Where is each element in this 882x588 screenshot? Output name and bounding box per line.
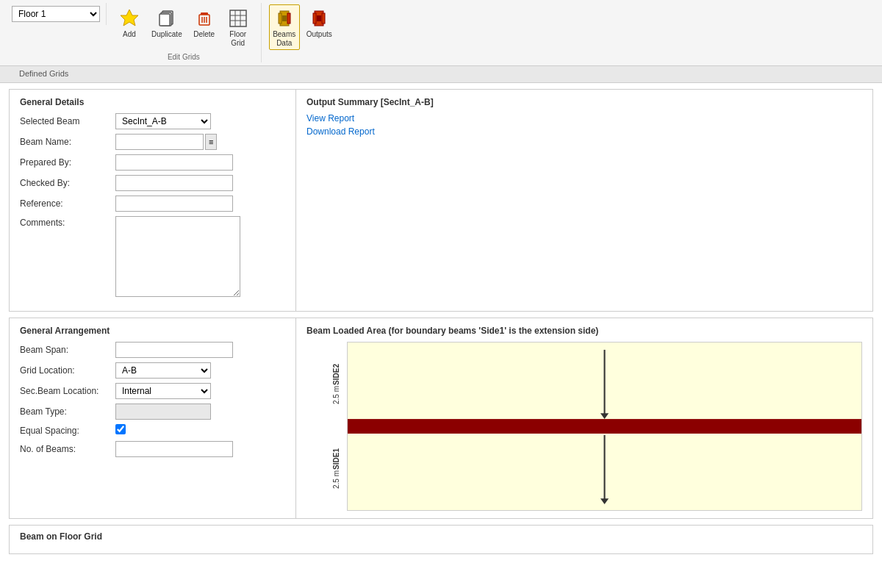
tab-defined-grids[interactable]: Defined Grids [7, 66, 80, 82]
side2-dim: 2.5 m [332, 386, 340, 404]
svg-rect-15 [279, 13, 282, 24]
reference-input[interactable] [115, 196, 233, 212]
toolbar: Floor 1 Floor 2 Floor 3 Add [0, 0, 882, 66]
selected-beam-control: SecInt_A-B [115, 113, 233, 129]
sec-beam-location-label: Sec.Beam Location: [20, 386, 115, 396]
floor-selector-section: Floor 1 Floor 2 Floor 3 [6, 3, 107, 25]
grid-location-select[interactable]: A-B [115, 362, 211, 379]
side1-label-group: SIDE1 2.5 m [332, 448, 340, 490]
beam-name-input[interactable]: SecInt_A-B [115, 134, 204, 150]
beam-type-control: Secondary [115, 404, 233, 420]
add-icon [118, 7, 141, 30]
main-content: General Details Selected Beam SecInt_A-B… [0, 83, 882, 588]
beam-on-floor-grid-title: Beam on Floor Grid [20, 531, 862, 542]
duplicate-icon [155, 7, 179, 30]
checked-by-input[interactable] [115, 175, 233, 191]
checked-by-label: Checked By: [20, 178, 115, 188]
output-summary-title: Output Summary [SecInt_A-B] [306, 97, 862, 107]
beam-span-control: 9 [115, 342, 233, 358]
beam-span-label: Beam Span: [20, 345, 115, 355]
duplicate-label: Duplicate [151, 30, 182, 39]
beam-diagram-wrapper: SIDE2 2.5 m SIDE1 2.5 m [306, 342, 862, 511]
svg-marker-0 [121, 10, 138, 26]
beam-type-row: Beam Type: Secondary [20, 404, 285, 420]
prepared-by-label: Prepared By: [20, 157, 115, 168]
reference-label: Reference: [20, 198, 115, 209]
beam-on-floor-grid-panel: Beam on Floor Grid [9, 525, 873, 554]
side1-area: SIDE1 2.5 m [306, 426, 343, 511]
sec-beam-location-row: Sec.Beam Location: Internal Boundary [20, 383, 285, 399]
beam-span-input[interactable]: 9 [115, 342, 233, 358]
side1-label: SIDE1 [332, 448, 340, 470]
selected-beam-label: Selected Beam [20, 116, 115, 126]
beams-data-button[interactable]: BeamsData [269, 4, 300, 50]
comments-label: Comments: [20, 218, 115, 228]
comments-control [115, 216, 233, 299]
delete-button[interactable]: Delete [189, 4, 220, 50]
comments-input[interactable] [115, 216, 240, 297]
svg-rect-21 [317, 15, 321, 21]
reference-control [115, 196, 233, 212]
grid-location-label: Grid Location: [20, 365, 115, 376]
svg-rect-22 [348, 419, 861, 434]
svg-marker-24 [600, 413, 609, 419]
equal-spacing-control [115, 424, 233, 437]
equal-spacing-checkbox[interactable] [115, 424, 126, 434]
side-labels: SIDE2 2.5 m SIDE1 2.5 m [306, 342, 343, 511]
checked-by-control [115, 175, 233, 191]
output-summary-panel: Output Summary [SecInt_A-B] View Report … [296, 90, 872, 311]
floor-select[interactable]: Floor 1 Floor 2 Floor 3 [12, 6, 100, 22]
svg-rect-16 [287, 13, 290, 24]
floor-grid-icon [226, 7, 250, 30]
beam-type-input: Secondary [115, 404, 211, 420]
selected-beam-select[interactable]: SecInt_A-B [115, 113, 211, 129]
beams-data-icon [273, 7, 296, 30]
side2-label: SIDE2 [332, 364, 340, 385]
beam-name-row: Beam Name: SecInt_A-B ≡ [20, 134, 285, 150]
no-of-beams-input[interactable]: 1 [115, 441, 233, 457]
beam-loaded-area-title: Beam Loaded Area (for boundary beams 'Si… [306, 326, 862, 336]
outputs-label: Outputs [306, 30, 332, 39]
grid-location-control: A-B [115, 362, 233, 379]
top-row: General Details Selected Beam SecInt_A-B… [9, 89, 873, 312]
no-of-beams-row: No. of Beams: 1 [20, 441, 285, 457]
beams-outputs-section: BeamsData Outputs [262, 3, 343, 62]
sec-beam-location-select[interactable]: Internal Boundary [115, 383, 211, 399]
content-wrapper: General Details Selected Beam SecInt_A-B… [0, 83, 882, 560]
beams-outputs-buttons: BeamsData Outputs [269, 4, 336, 50]
prepared-by-control [115, 154, 233, 171]
outputs-button[interactable]: Outputs [303, 4, 336, 50]
side2-area: SIDE2 2.5 m [306, 342, 343, 426]
general-arrangement-panel: General Arrangement Beam Span: 9 Grid Lo… [10, 318, 296, 518]
no-of-beams-label: No. of Beams: [20, 444, 115, 454]
edit-grids-buttons: Add Duplicate [114, 4, 254, 50]
floor-grid-label: FloorGrid [229, 30, 246, 48]
beams-data-label: BeamsData [273, 30, 295, 48]
svg-rect-9 [230, 10, 246, 26]
comments-row: Comments: [20, 216, 285, 299]
duplicate-button[interactable]: Duplicate [148, 4, 186, 50]
beam-name-edit-button[interactable]: ≡ [205, 134, 217, 150]
svg-rect-3 [159, 14, 170, 26]
tab-bar: Defined Grids [0, 66, 882, 83]
add-button[interactable]: Add [114, 4, 145, 50]
delete-label: Delete [193, 30, 215, 39]
prepared-by-input[interactable] [115, 154, 233, 171]
checked-by-row: Checked By: [20, 175, 285, 191]
side2-label-group: SIDE2 2.5 m [332, 364, 340, 405]
equal-spacing-row: Equal Spacing: [20, 424, 285, 437]
svg-rect-19 [313, 13, 316, 24]
floor-grid-button[interactable]: FloorGrid [223, 4, 254, 50]
add-label: Add [123, 30, 136, 39]
reference-row: Reference: [20, 196, 285, 212]
beam-loaded-area-panel: Beam Loaded Area (for boundary beams 'Si… [296, 318, 872, 518]
svg-rect-20 [322, 13, 325, 24]
selected-beam-row: Selected Beam SecInt_A-B [20, 113, 285, 129]
equal-spacing-label: Equal Spacing: [20, 426, 115, 436]
beam-name-control: SecInt_A-B ≡ [115, 134, 233, 150]
general-arrangement-title: General Arrangement [20, 326, 285, 336]
view-report-link[interactable]: View Report [306, 113, 862, 123]
svg-rect-17 [282, 15, 287, 21]
general-details-panel: General Details Selected Beam SecInt_A-B… [10, 90, 296, 311]
download-report-link[interactable]: Download Report [306, 126, 862, 137]
